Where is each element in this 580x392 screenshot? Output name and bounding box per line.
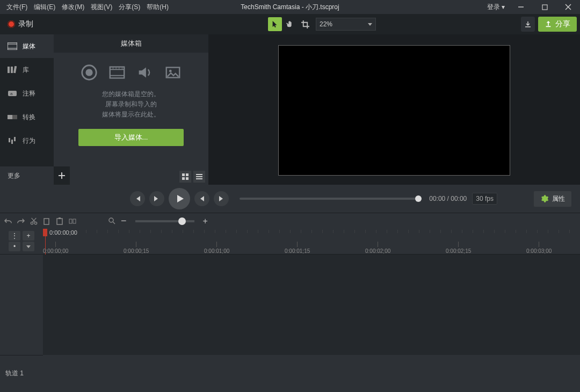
sidebar-more[interactable]: 更多	[0, 166, 54, 185]
svg-point-27	[169, 70, 172, 72]
panel-body: 您的媒体箱是空的。 屏幕录制和导入的 媒体将显示在此处。 导入媒体...	[54, 53, 208, 185]
track-row-1[interactable]	[43, 355, 580, 391]
prev-frame-button[interactable]	[130, 191, 145, 206]
timeline-zoom-slider[interactable]	[135, 220, 194, 222]
timeline-ruler[interactable]: 0:00:00;00 0:00:00;00 0:00:00;15 0:00:01…	[43, 229, 580, 254]
share-button[interactable]: 分享	[538, 17, 577, 32]
hand-tool[interactable]	[283, 17, 297, 31]
menu-file[interactable]: 文件(F)	[3, 0, 31, 14]
svg-rect-30	[182, 177, 185, 180]
playhead-timecode: 0:00:00;00	[49, 229, 77, 236]
share-icon	[545, 20, 552, 28]
svg-rect-44	[69, 219, 72, 223]
download-button[interactable]	[521, 17, 535, 32]
svg-rect-7	[8, 67, 10, 73]
gear-icon	[540, 194, 549, 203]
playhead-flag-icon	[43, 229, 47, 236]
svg-rect-12	[8, 115, 12, 119]
slider-knob[interactable]	[415, 195, 422, 202]
svg-rect-29	[186, 173, 189, 176]
track-label-1[interactable]: 轨道 1	[0, 355, 43, 391]
playback-slider[interactable]	[240, 198, 418, 200]
menu-help[interactable]: 帮助(H)	[143, 0, 172, 14]
panel-title: 媒体箱	[54, 34, 208, 53]
menubar: 文件(F) 编辑(E) 修改(M) 视图(V) 分享(S) 帮助(H) Tech…	[0, 0, 580, 14]
svg-rect-1	[542, 5, 547, 10]
sidebar-label: 行为	[23, 136, 35, 146]
split-button[interactable]	[69, 217, 76, 225]
audio-icon	[136, 63, 154, 82]
playhead[interactable]: 0:00:00;00	[43, 229, 77, 236]
minimize-button[interactable]	[509, 0, 533, 14]
sidebar-item-behaviors[interactable]: 行为	[0, 129, 54, 153]
timeline-header: ⋮ + • 0:00:00;00 0:00:00;00 0:00:00;15 0…	[0, 229, 580, 255]
zoom-search-icon	[108, 217, 115, 224]
svg-rect-16	[14, 137, 16, 141]
more-label: 更多	[8, 171, 20, 180]
sidebar-item-transitions[interactable]: 转换	[0, 105, 54, 129]
sidebar-item-library[interactable]: 库	[0, 58, 54, 82]
play-button[interactable]	[169, 188, 190, 209]
add-panel-button[interactable]	[54, 166, 70, 185]
svg-rect-8	[11, 67, 13, 73]
film-icon	[108, 63, 126, 82]
track-area[interactable]	[43, 255, 580, 391]
collapse-button[interactable]	[23, 242, 34, 251]
sidebar-item-media[interactable]: 媒体	[0, 34, 54, 58]
svg-rect-31	[186, 177, 189, 180]
fps-display[interactable]: 30 fps	[472, 193, 497, 205]
marker-button[interactable]: •	[9, 242, 20, 251]
import-media-button[interactable]: 导入媒体...	[78, 129, 184, 146]
undo-button[interactable]	[4, 217, 12, 225]
menu-share[interactable]: 分享(S)	[115, 0, 143, 14]
empty-message: 您的媒体箱是空的。 屏幕录制和导入的 媒体将显示在此处。	[102, 89, 160, 120]
zoom-dropdown[interactable]: 22%	[316, 18, 376, 31]
step-back-button[interactable]	[194, 191, 209, 206]
paste-button[interactable]	[56, 217, 63, 225]
next-frame-button[interactable]	[149, 191, 164, 206]
pointer-tool[interactable]	[268, 17, 282, 31]
list-view-button[interactable]	[193, 171, 205, 183]
preview-area	[208, 34, 580, 185]
track-opts-button[interactable]: ⋮	[9, 231, 20, 241]
window-title: TechSmith Camtasia - 小刀.tscproj	[241, 3, 339, 12]
playback-bar: 00:00 / 00:00 30 fps 属性	[0, 185, 580, 213]
login-button[interactable]: 登录 ▾	[483, 0, 509, 14]
add-track-button[interactable]: +	[23, 231, 34, 241]
transition-icon	[8, 113, 17, 121]
properties-button[interactable]: 属性	[534, 191, 571, 207]
timecode: 00:00 / 00:00	[429, 195, 467, 202]
copy-button[interactable]	[43, 217, 50, 225]
toolbar: 录制 22% 分享	[0, 14, 580, 34]
record-button[interactable]: 录制	[3, 17, 38, 32]
svg-rect-15	[11, 140, 13, 144]
close-button[interactable]	[556, 0, 580, 14]
maximize-button[interactable]	[533, 0, 556, 14]
timeline-tracks: 轨道 1	[0, 255, 580, 391]
sidebar-label: 注释	[23, 89, 35, 98]
redo-button[interactable]	[17, 217, 25, 225]
chevron-down-icon	[26, 245, 31, 248]
svg-rect-41	[44, 219, 49, 224]
share-label: 分享	[555, 19, 570, 29]
grid-view-button[interactable]	[179, 171, 191, 183]
svg-rect-28	[182, 173, 185, 176]
sidebar-item-annotations[interactable]: a 注释	[0, 82, 54, 105]
zoom-knob[interactable]	[178, 217, 186, 225]
cut-button[interactable]	[30, 217, 38, 225]
menu-view[interactable]: 视图(V)	[88, 0, 115, 14]
zoom-in-button[interactable]: +	[203, 216, 208, 226]
crop-tool[interactable]	[298, 17, 312, 31]
media-icon	[8, 42, 17, 50]
media-panel: 媒体箱 您的媒体箱是空的。 屏幕录制和导入的 媒体将显示在此处。 导入媒体...	[54, 34, 208, 185]
sidebar-label: 转换	[23, 113, 35, 122]
record-label: 录制	[18, 19, 33, 29]
screenrec-icon	[80, 63, 98, 82]
menu-modify[interactable]: 修改(M)	[59, 0, 88, 14]
svg-text:a: a	[10, 91, 13, 96]
svg-rect-4	[8, 42, 17, 50]
preview-canvas[interactable]	[278, 45, 510, 176]
menu-edit[interactable]: 编辑(E)	[31, 0, 59, 14]
zoom-out-button[interactable]: −	[121, 215, 127, 227]
step-fwd-button[interactable]	[214, 191, 229, 206]
